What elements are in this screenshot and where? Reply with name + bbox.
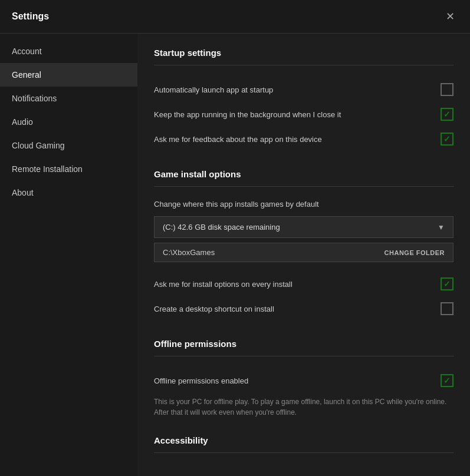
auto-launch-label: Automatically launch app at startup xyxy=(154,85,441,94)
sidebar-item-general[interactable]: General xyxy=(0,63,137,87)
sidebar-item-cloud-gaming[interactable]: Cloud Gaming xyxy=(0,134,137,157)
startup-section-title: Startup settings xyxy=(154,48,453,58)
offline-enabled-row: Offline permissions enabled ✓ xyxy=(154,368,453,393)
ask-install-options-checkmark: ✓ xyxy=(443,279,451,289)
ask-install-options-checkbox[interactable]: ✓ xyxy=(441,277,453,290)
game-install-title: Game install options xyxy=(154,169,453,179)
auto-launch-checkbox[interactable] xyxy=(441,83,453,96)
folder-row: C:\XboxGames CHANGE FOLDER xyxy=(154,243,453,262)
accessibility-section: Accessibility xyxy=(154,435,453,453)
content-area: Account General Notifications Audio Clou… xyxy=(0,34,470,476)
settings-modal: Settings ✕ Account General Notifications… xyxy=(0,0,470,476)
offline-section-title: Offline permissions xyxy=(154,339,453,349)
disk-dropdown-label: (C:) 42.6 GB disk space remaining xyxy=(163,223,280,232)
disk-dropdown[interactable]: (C:) 42.6 GB disk space remaining ▼ xyxy=(154,216,453,238)
accessibility-divider xyxy=(154,452,453,453)
main-panel: Startup settings Automatically launch ap… xyxy=(137,34,470,476)
keep-running-row: Keep the app running in the background w… xyxy=(154,102,453,127)
sidebar-item-audio[interactable]: Audio xyxy=(0,110,137,134)
sidebar-item-account[interactable]: Account xyxy=(0,39,137,63)
ask-feedback-label: Ask me for feedback about the app on thi… xyxy=(154,135,441,144)
sidebar-item-remote-installation[interactable]: Remote Installation xyxy=(0,157,137,181)
offline-permissions-section: Offline permissions Offline permissions … xyxy=(154,339,453,418)
auto-launch-row: Automatically launch app at startup xyxy=(154,77,453,102)
keep-running-checkmark: ✓ xyxy=(443,110,451,119)
game-install-divider xyxy=(154,186,453,187)
sidebar-item-about[interactable]: About xyxy=(0,181,137,204)
ask-install-options-row: Ask me for install options on every inst… xyxy=(154,272,453,296)
desktop-shortcut-label: Create a desktop shortcut on install xyxy=(154,305,441,313)
change-where-label-container: Change where this app installs games by … xyxy=(154,199,453,209)
sidebar: Account General Notifications Audio Clou… xyxy=(0,34,137,476)
offline-enabled-label: Offline permissions enabled xyxy=(154,376,441,385)
chevron-down-icon: ▼ xyxy=(438,223,445,232)
startup-divider xyxy=(154,65,453,65)
change-folder-button[interactable]: CHANGE FOLDER xyxy=(384,249,445,256)
change-where-label: Change where this app installs games by … xyxy=(154,200,319,209)
desktop-shortcut-checkbox[interactable] xyxy=(441,302,453,315)
offline-enabled-checkmark: ✓ xyxy=(443,376,451,385)
keep-running-label: Keep the app running in the background w… xyxy=(154,110,441,119)
keep-running-checkbox[interactable]: ✓ xyxy=(441,108,453,121)
ask-feedback-checkmark: ✓ xyxy=(443,134,451,144)
sidebar-item-notifications[interactable]: Notifications xyxy=(0,87,137,110)
title-bar: Settings ✕ xyxy=(0,0,470,34)
desktop-shortcut-row: Create a desktop shortcut on install xyxy=(154,296,453,321)
startup-settings-section: Startup settings Automatically launch ap… xyxy=(154,48,453,151)
ask-feedback-row: Ask me for feedback about the app on thi… xyxy=(154,127,453,151)
ask-feedback-checkbox[interactable]: ✓ xyxy=(441,133,453,146)
game-install-section: Game install options Change where this a… xyxy=(154,169,453,321)
folder-path: C:\XboxGames xyxy=(163,248,215,257)
offline-enabled-checkbox[interactable]: ✓ xyxy=(441,374,453,387)
accessibility-title: Accessibility xyxy=(154,435,453,445)
modal-title: Settings xyxy=(12,11,49,22)
offline-description: This is your PC for offline play. To pla… xyxy=(154,396,453,418)
close-button[interactable]: ✕ xyxy=(442,8,458,25)
ask-install-options-label: Ask me for install options on every inst… xyxy=(154,280,441,289)
offline-divider xyxy=(154,356,453,356)
